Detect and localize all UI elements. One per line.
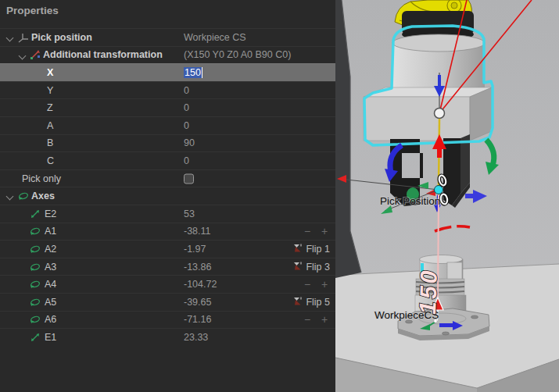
flip-icon (292, 296, 303, 308)
property-label: A1 (45, 226, 56, 237)
property-row-axes[interactable]: Axes (0, 187, 335, 205)
chevron-down-icon[interactable] (6, 194, 13, 200)
property-value[interactable]: -38.11 (184, 226, 211, 237)
property-value[interactable]: -1.97 (184, 244, 206, 255)
frame-icon (18, 32, 29, 43)
property-label: E2 (45, 208, 56, 219)
linear-icon (30, 208, 41, 219)
decrement-button[interactable]: − (302, 279, 313, 290)
property-row-a4[interactable]: A4-104.72−+ (0, 275, 335, 293)
property-label: A5 (45, 297, 56, 308)
property-label: X (47, 67, 53, 78)
property-value[interactable]: 53 (184, 208, 195, 219)
property-row-e1[interactable]: E123.33 (0, 328, 335, 346)
property-value[interactable]: 90 (184, 137, 195, 148)
increment-button[interactable]: + (319, 314, 330, 325)
z-axis-arrow-icon[interactable] (438, 75, 441, 87)
property-value[interactable]: (X150 Y0 Z0 A0 B90 C0) (184, 49, 291, 60)
row-controls: Flip 5 (292, 294, 330, 311)
row-controls: Flip 3 (292, 258, 330, 276)
property-label: A2 (45, 244, 56, 255)
property-label: A (47, 120, 53, 131)
property-row-a6[interactable]: A6-71.16−+ (0, 311, 335, 329)
rotary-icon (30, 244, 41, 255)
linear-icon (30, 332, 41, 343)
row-controls: −+ (302, 276, 330, 293)
property-label: A4 (45, 279, 56, 290)
gripper-block (364, 87, 492, 141)
property-rows: Pick positionWorkpiece CSAdditional tran… (0, 28, 335, 346)
property-label: A6 (45, 314, 56, 325)
property-row-a1[interactable]: A1-38.11−+ (0, 223, 335, 241)
property-value[interactable]: 0 (184, 85, 189, 96)
property-row-y[interactable]: Y0 (0, 81, 335, 99)
rotary-icon (30, 297, 41, 308)
rotary-icon (30, 279, 41, 290)
pick-position-label: Pick Position (380, 195, 440, 207)
property-label: Pick only (22, 173, 61, 184)
property-row-pick-only[interactable]: Pick only (0, 169, 335, 187)
property-row-a[interactable]: A0 (0, 116, 335, 134)
property-row-a3[interactable]: A3-13.86Flip 3 (0, 258, 335, 276)
flip-button[interactable]: Flip 1 (292, 243, 330, 255)
flip-button[interactable]: Flip 3 (292, 261, 330, 273)
property-row-e2[interactable]: E253 (0, 205, 335, 223)
property-value[interactable]: 0 (184, 102, 189, 113)
property-value[interactable]: 0 (184, 155, 189, 166)
transform-icon (30, 49, 41, 60)
panel-title: Properties (6, 5, 59, 16)
robot-programming-app: Properties Pick positionWorkpiece CSAddi… (0, 0, 559, 392)
chevron-down-icon[interactable] (6, 35, 13, 41)
offset-150-label: 150 (414, 268, 442, 315)
flip-button-label: Flip 1 (306, 244, 330, 255)
flip-button[interactable]: Flip 5 (292, 296, 330, 308)
property-value[interactable]: Workpiece CS (184, 32, 246, 43)
tcp-point[interactable] (435, 109, 445, 119)
rotary-icon (30, 314, 41, 325)
property-label: A3 (45, 262, 56, 273)
property-value[interactable]: -71.16 (184, 314, 211, 325)
value-editor[interactable]: 150 (184, 67, 202, 78)
rotary-icon (30, 262, 41, 273)
row-controls: Flip 1 (292, 241, 330, 258)
pick-position-point[interactable] (435, 186, 443, 194)
property-value[interactable]: -104.72 (184, 279, 217, 290)
property-label: E1 (45, 332, 56, 343)
property-label: Pick position (31, 32, 92, 43)
chevron-down-icon[interactable] (19, 53, 25, 59)
property-row-a5[interactable]: A5-39.65Flip 5 (0, 293, 335, 311)
property-value[interactable]: 0 (184, 120, 189, 131)
rotary-icon (30, 226, 41, 237)
property-row-c[interactable]: C0 (0, 151, 335, 169)
property-value[interactable]: -39.65 (184, 297, 211, 308)
property-label: B (47, 137, 53, 148)
property-label: Axes (31, 191, 55, 201)
properties-panel: Properties Pick positionWorkpiece CSAddi… (0, 0, 335, 392)
increment-button[interactable]: + (319, 279, 330, 290)
viewport-3d[interactable]: Pick Position WorkpieceCS 150 (335, 0, 559, 392)
property-label: Z (47, 102, 53, 113)
decrement-button[interactable]: − (302, 226, 313, 237)
flip-button-label: Flip 5 (306, 297, 330, 308)
property-row-z[interactable]: Z0 (0, 98, 335, 116)
decrement-button[interactable]: − (302, 314, 313, 325)
flip-button-label: Flip 3 (306, 262, 330, 273)
flip-icon (292, 243, 303, 255)
property-label: Y (47, 85, 53, 96)
pick-only-checkbox[interactable] (184, 173, 194, 184)
property-row-x[interactable]: X150 (0, 63, 335, 81)
selected-text: 150 (184, 67, 202, 78)
property-value[interactable]: -13.86 (184, 262, 211, 273)
row-controls: −+ (302, 312, 330, 329)
flip-icon (292, 261, 303, 273)
property-row-additional-transformation[interactable]: Additional transformation(X150 Y0 Z0 A0 … (0, 46, 335, 64)
increment-button[interactable]: + (319, 226, 330, 237)
property-row-pick-position[interactable]: Pick positionWorkpiece CS (0, 28, 335, 46)
property-label: C (47, 155, 54, 166)
property-value[interactable]: 23.33 (184, 332, 208, 343)
property-row-b[interactable]: B90 (0, 134, 335, 152)
property-row-a2[interactable]: A2-1.97Flip 1 (0, 240, 335, 258)
row-controls: −+ (302, 223, 330, 241)
rotary-icon (18, 191, 29, 201)
text-caret (202, 67, 203, 78)
